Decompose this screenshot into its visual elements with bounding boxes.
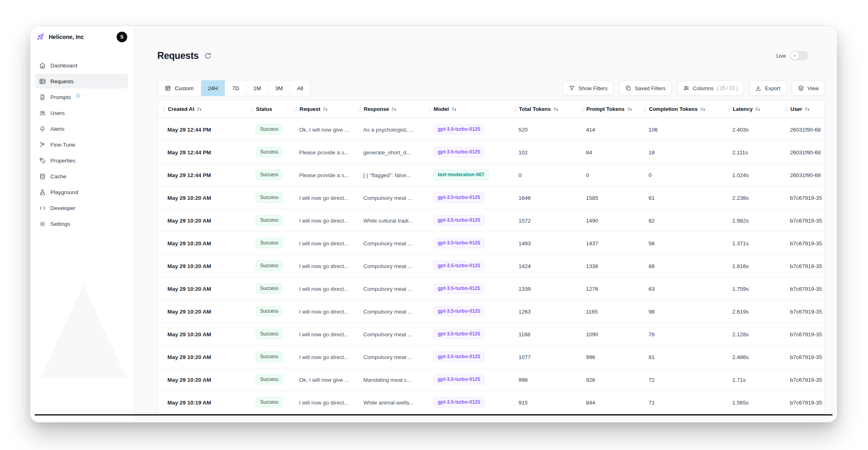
cell-prompt-tokens: 1276: [586, 286, 598, 292]
column-header-model[interactable]: Model: [423, 100, 509, 118]
cell-created-at: May 29 10:20 AM: [167, 195, 211, 201]
time-range-all[interactable]: All: [290, 80, 310, 96]
sort-icon: [755, 106, 761, 112]
export-button[interactable]: Export: [749, 80, 786, 96]
column-header-user[interactable]: User: [780, 100, 825, 118]
download-icon: [755, 85, 762, 91]
table-row[interactable]: May 29 10:20 AM Success I will now go di…: [158, 346, 825, 368]
model-badge: gpt-3.5-turbo-0125: [433, 261, 485, 270]
table-row[interactable]: May 29 10:20 AM Success I will now go di…: [158, 300, 825, 323]
view-button[interactable]: View: [792, 80, 825, 96]
table-row[interactable]: May 29 10:20 AM Success I will now go di…: [158, 255, 825, 277]
table-row[interactable]: May 29 10:20 AM Success I will now go di…: [158, 232, 825, 255]
cell-user: b7c67919-35: [790, 286, 822, 292]
live-pause-icon: [793, 54, 797, 58]
column-header-completion-tokens[interactable]: Completion Tokens: [639, 100, 723, 118]
model-badge: text-moderation-007: [433, 170, 489, 180]
column-header-response[interactable]: Response: [354, 100, 423, 118]
status-badge: Success: [256, 397, 283, 407]
model-badge: gpt-3.5-turbo-0125: [433, 374, 485, 384]
cell-total-tokens: 0: [519, 172, 522, 178]
status-badge: Success: [256, 215, 283, 225]
cell-created-at: May 29 10:20 AM: [167, 286, 211, 292]
cell-total-tokens: 520: [519, 127, 528, 133]
table-row[interactable]: May 29 12:44 PM Success Please provide a…: [158, 141, 825, 164]
cell-user: b7c67919-35: [790, 240, 822, 247]
status-badge: Success: [256, 261, 283, 270]
avatar[interactable]: S: [117, 32, 127, 42]
time-range-24h[interactable]: 24H: [201, 80, 226, 96]
column-header-total-tokens[interactable]: Total Tokens: [509, 100, 576, 118]
live-toggle[interactable]: [790, 51, 809, 61]
cell-total-tokens: 1168: [519, 331, 530, 338]
table-row[interactable]: May 29 12:44 PM Success Please provide a…: [158, 164, 825, 186]
status-badge: Success: [256, 352, 283, 361]
columns-button[interactable]: Columns ( 15 / 15 ): [677, 80, 744, 96]
show-filters-button[interactable]: Show Filters: [562, 80, 614, 96]
saved-filters-button[interactable]: Saved Filters: [619, 80, 672, 96]
sidebar-item-settings[interactable]: Settings: [35, 216, 128, 231]
table-row[interactable]: May 29 10:19 AM Success I will now go di…: [158, 391, 825, 414]
sidebar-item-cache[interactable]: Cache: [35, 169, 128, 184]
status-badge: Success: [256, 193, 283, 202]
sidebar-item-alerts[interactable]: Alerts: [35, 121, 128, 136]
requests-table: Created At Status Request Response Model…: [157, 100, 825, 414]
model-badge: gpt-3.5-turbo-0125: [433, 306, 485, 316]
calendar-icon: [165, 85, 171, 91]
cell-response: Compulsory meat ...: [363, 309, 412, 315]
cell-latency: 1.565s: [732, 400, 749, 406]
cell-total-tokens: 102: [519, 149, 528, 156]
column-header-created-at[interactable]: Created At: [158, 100, 246, 118]
cell-latency: 2.403s: [732, 127, 749, 133]
sidebar-item-playground[interactable]: Playground: [35, 185, 128, 199]
time-range-custom[interactable]: Custom: [158, 80, 201, 96]
cell-prompt-tokens: 1336: [586, 263, 598, 269]
column-header-request[interactable]: Request: [289, 100, 354, 118]
cell-response: Mandating meat c...: [363, 377, 412, 383]
cell-response: Compulsory meat ...: [363, 240, 412, 247]
cell-total-tokens: 1572: [519, 218, 531, 224]
sidebar-item-dashboard[interactable]: Dashboard: [35, 58, 128, 73]
model-badge: gpt-3.5-turbo-0125: [433, 193, 485, 202]
table-row[interactable]: May 29 10:20 AM Success I will now go di…: [158, 323, 825, 346]
column-header-prompt-tokens[interactable]: Prompt Tokens: [576, 100, 639, 118]
table-row[interactable]: May 29 10:20 AM Success Ok, I will now g…: [158, 368, 825, 391]
drag-handle-icon: [358, 106, 361, 112]
status-badge: Success: [256, 306, 283, 316]
refresh-button[interactable]: [204, 52, 212, 60]
cell-latency: 2.619s: [732, 309, 749, 315]
cell-created-at: May 29 10:19 AM: [167, 400, 211, 406]
time-range-1m[interactable]: 1M: [247, 80, 269, 96]
column-header-status[interactable]: Status: [246, 100, 289, 118]
model-badge: gpt-3.5-turbo-0125: [433, 397, 485, 407]
column-header-latency[interactable]: Latency: [723, 100, 780, 118]
model-badge: gpt-3.5-turbo-0125: [433, 124, 485, 134]
cell-completion-tokens: 88: [649, 263, 655, 269]
sidebar-item-prompts[interactable]: Prompts: [35, 90, 128, 104]
sort-icon: [391, 106, 397, 112]
cell-created-at: May 29 10:20 AM: [167, 240, 211, 247]
status-badge: Success: [256, 170, 283, 180]
cell-prompt-tokens: 996: [586, 354, 595, 360]
org-name[interactable]: Helicone, Inc: [49, 34, 113, 40]
cell-completion-tokens: 56: [649, 240, 655, 247]
cell-created-at: May 29 10:20 AM: [167, 263, 211, 269]
table-row[interactable]: May 29 12:44 PM Success Ok, I will now g…: [158, 118, 825, 141]
table-row[interactable]: May 29 10:20 AM Success I will now go di…: [158, 277, 825, 300]
time-range-3m[interactable]: 3M: [268, 80, 290, 96]
cell-request: I will now go direct...: [299, 263, 349, 269]
cell-response: Compulsory meat ...: [363, 195, 412, 201]
table-cells-icon: [39, 78, 46, 85]
sidebar-item-properties[interactable]: Properties: [35, 153, 128, 168]
table-row[interactable]: May 29 10:20 AM Success I will now go di…: [158, 186, 825, 209]
sidebar-item-requests[interactable]: Requests: [35, 74, 128, 89]
sidebar-item-fine-tune[interactable]: Fine-Tune: [35, 137, 128, 152]
cell-prompt-tokens: 0: [586, 172, 589, 178]
cell-user: 26031f90-68: [790, 127, 821, 133]
cell-created-at: May 29 10:20 AM: [167, 218, 211, 224]
sidebar-item-developer[interactable]: Developer: [35, 201, 128, 215]
time-range-7d[interactable]: 7D: [225, 80, 246, 96]
users-icon: [39, 110, 46, 117]
sidebar-item-users[interactable]: Users: [35, 106, 128, 120]
table-row[interactable]: May 29 10:20 AM Success I will now go di…: [158, 209, 825, 232]
